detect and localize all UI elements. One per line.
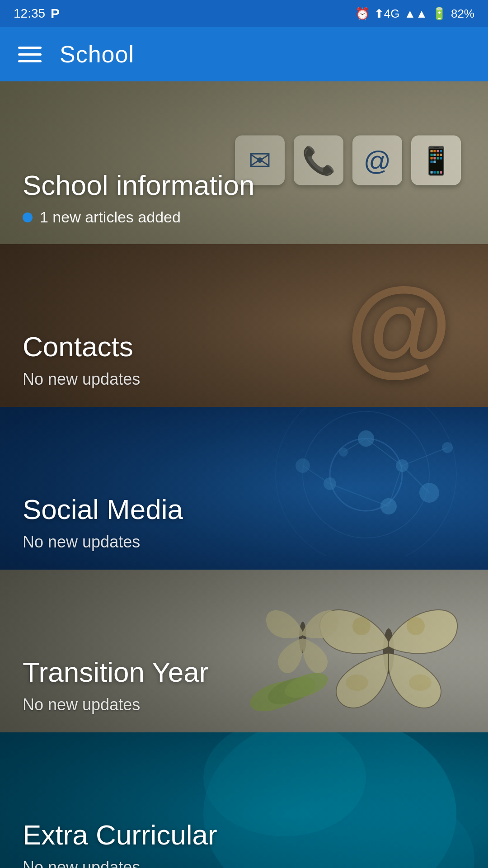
signal-icon: ▲▲ bbox=[404, 7, 427, 21]
card-content-social: Social Media No new updates bbox=[0, 475, 488, 570]
status-right: ⏰ ⬆4G ▲▲ 🔋 82% bbox=[355, 7, 474, 21]
card-content-contacts: Contacts No new updates bbox=[0, 312, 488, 407]
menu-button[interactable] bbox=[18, 47, 42, 62]
card-content-extra: Extra Curricular No new updates bbox=[0, 801, 488, 868]
school-info-subtitle: 1 new articles added bbox=[40, 208, 181, 226]
hamburger-line-1 bbox=[18, 47, 42, 49]
card-contacts[interactable]: @ Contacts No new updates bbox=[0, 244, 488, 407]
cards-container: ✉ 📞 @ 📱 School information 1 new article… bbox=[0, 81, 488, 868]
alarm-icon: ⏰ bbox=[355, 7, 370, 21]
network-icon: ⬆4G bbox=[374, 7, 400, 21]
transition-year-title: Transition Year bbox=[23, 656, 465, 688]
social-media-subtitle: No new updates bbox=[23, 533, 465, 552]
card-content-transition: Transition Year No new updates bbox=[0, 638, 488, 732]
status-time: 12:35 bbox=[14, 6, 45, 21]
card-content-school-info: School information 1 new articles added bbox=[0, 151, 488, 244]
contacts-title: Contacts bbox=[23, 330, 465, 363]
transition-year-subtitle: No new updates bbox=[23, 695, 465, 714]
contacts-subtitle: No new updates bbox=[23, 370, 465, 389]
card-school-information[interactable]: ✉ 📞 @ 📱 School information 1 new article… bbox=[0, 81, 488, 244]
card-extra-curricular[interactable]: Extra Curricular No new updates bbox=[0, 732, 488, 868]
card-transition-year[interactable]: Transition Year No new updates bbox=[0, 570, 488, 732]
app-title: School bbox=[60, 41, 134, 68]
school-info-badge: 1 new articles added bbox=[23, 208, 465, 226]
status-left: 12:35 P bbox=[14, 6, 60, 21]
status-bar: 12:35 P ⏰ ⬆4G ▲▲ 🔋 82% bbox=[0, 0, 488, 27]
hamburger-line-3 bbox=[18, 60, 42, 62]
status-carrier: P bbox=[51, 6, 60, 21]
school-info-title: School information bbox=[23, 169, 465, 201]
extra-curricular-title: Extra Curricular bbox=[23, 819, 465, 851]
card-social-media[interactable]: Social Media No new updates bbox=[0, 407, 488, 570]
battery-icon: 🔋 bbox=[432, 7, 446, 21]
new-dot-school-info bbox=[23, 212, 33, 222]
battery-level: 82% bbox=[451, 7, 474, 21]
app-bar: School bbox=[0, 27, 488, 81]
extra-curricular-subtitle: No new updates bbox=[23, 858, 465, 868]
social-media-title: Social Media bbox=[23, 493, 465, 525]
hamburger-line-2 bbox=[18, 53, 42, 56]
